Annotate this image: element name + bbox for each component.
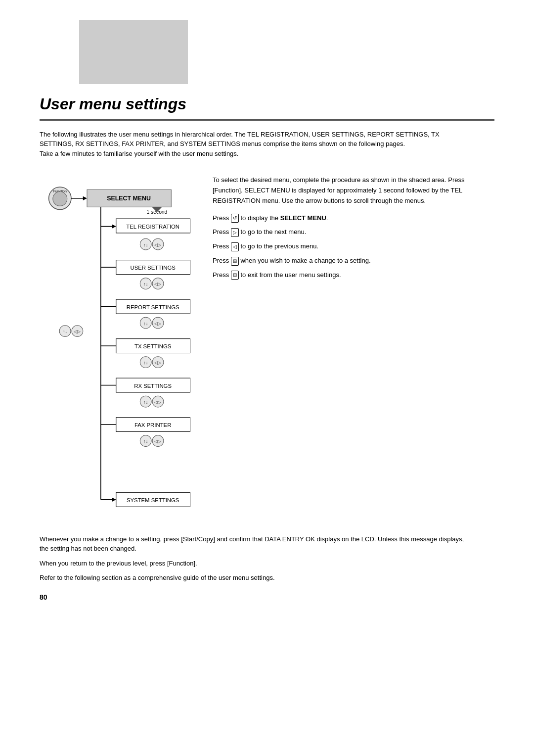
svg-marker-58 [112, 498, 116, 502]
svg-text:◁▷: ◁▷ [74, 330, 81, 334]
diagram-left: Function SELECT MENU 1 second [40, 170, 198, 520]
bottom-paragraph-3: Refer to the following section as a comp… [40, 573, 465, 583]
svg-text:↑↓: ↑↓ [143, 439, 148, 444]
svg-text:↑↓: ↑↓ [143, 400, 148, 405]
instructions-intro: To select the desired menu, complete the… [213, 175, 494, 206]
instruction-line-3: Press ◁ to go to the previous menu. [213, 241, 494, 252]
svg-text:◁▷: ◁▷ [154, 439, 161, 444]
svg-text:USER SETTINGS: USER SETTINGS [130, 265, 176, 271]
diagram-right: To select the desired menu, complete the… [213, 170, 494, 284]
page: User menu settings The following illustr… [0, 0, 534, 756]
svg-text:FAX PRINTER: FAX PRINTER [134, 423, 171, 428]
diagram-area: Function SELECT MENU 1 second [40, 170, 494, 520]
svg-text:◁▷: ◁▷ [154, 321, 161, 326]
top-image [79, 20, 188, 84]
svg-text:RX SETTINGS: RX SETTINGS [134, 383, 172, 389]
svg-text:SELECT MENU: SELECT MENU [107, 195, 151, 202]
next-icon: ▷ [231, 228, 239, 237]
intro-text: The following illustrates the user menu … [40, 130, 465, 159]
svg-text:TX SETTINGS: TX SETTINGS [134, 344, 172, 350]
svg-text:TEL REGISTRATION: TEL REGISTRATION [126, 224, 179, 230]
svg-text:REPORT SETTINGS: REPORT SETTINGS [127, 304, 179, 310]
page-title: User menu settings [40, 93, 494, 121]
change-icon: ⊞ [231, 257, 239, 266]
instruction-line-2: Press ▷ to go to the next menu. [213, 227, 494, 237]
function-icon: ↺ [231, 214, 239, 223]
svg-text:↑↓: ↑↓ [143, 282, 148, 287]
exit-icon: ⊟ [231, 271, 239, 280]
svg-text:◁▷: ◁▷ [154, 242, 161, 247]
svg-text:↑↓: ↑↓ [143, 361, 148, 366]
bottom-paragraph-2: When you return to the previous level, p… [40, 559, 465, 568]
instruction-line-4: Press ⊞ when you wish to make a change t… [213, 256, 494, 266]
svg-marker-4 [83, 196, 87, 200]
svg-text:SYSTEM SETTINGS: SYSTEM SETTINGS [127, 497, 179, 503]
svg-text:↑↓: ↑↓ [63, 330, 67, 334]
prev-icon: ◁ [231, 242, 239, 251]
instruction-line-1: Press ↺ to display the SELECT MENU. [213, 213, 494, 224]
svg-text:◁▷: ◁▷ [154, 361, 161, 366]
nav-instructions: Press ↺ to display the SELECT MENU. Pres… [213, 213, 494, 281]
svg-point-2 [53, 192, 67, 206]
instruction-line-5: Press ⊟ to exit from the user menu setti… [213, 270, 494, 281]
menu-diagram: Function SELECT MENU 1 second [40, 170, 198, 518]
svg-text:◁▷: ◁▷ [154, 282, 161, 287]
bottom-paragraph-1: Whenever you make a change to a setting,… [40, 534, 465, 554]
svg-text:◁▷: ◁▷ [154, 400, 161, 405]
svg-marker-11 [112, 225, 116, 229]
svg-text:↑↓: ↑↓ [143, 321, 148, 326]
svg-text:↑↓: ↑↓ [143, 242, 148, 247]
page-number: 80 [40, 593, 494, 603]
